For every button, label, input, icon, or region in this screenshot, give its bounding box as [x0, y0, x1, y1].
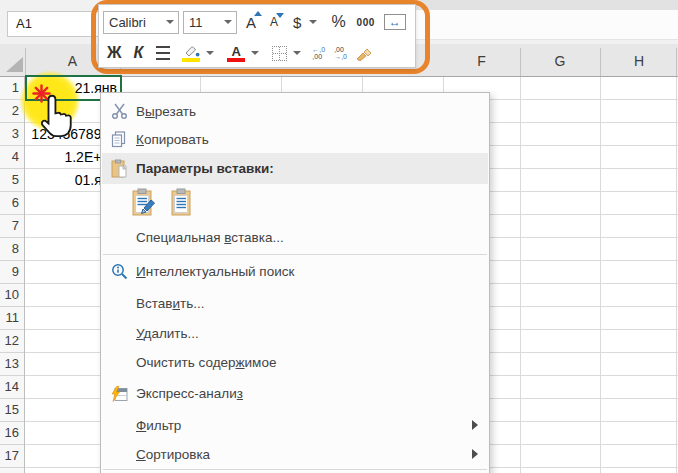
row-header-4[interactable]: 4: [0, 146, 19, 169]
format-painter-button[interactable]: [356, 46, 373, 61]
header-separator: [676, 48, 677, 76]
column-header-h[interactable]: H: [600, 53, 678, 75]
menu-item-quick-analysis[interactable]: Экспресс-анализ: [102, 378, 488, 409]
gridline: [600, 77, 601, 473]
italic-button[interactable]: К: [133, 44, 143, 62]
align-center-button[interactable]: [156, 44, 170, 62]
row-header-5[interactable]: 5: [0, 169, 19, 192]
paste-options-row: [102, 184, 488, 223]
borders-button[interactable]: [272, 46, 287, 61]
caret-down-icon: [276, 13, 284, 18]
gridline: [520, 77, 521, 473]
bold-button[interactable]: Ж: [107, 44, 121, 62]
fill-color-button[interactable]: [182, 45, 200, 62]
row-header-16[interactable]: 16: [0, 422, 19, 445]
menu-item-delete[interactable]: Удалить...: [102, 319, 488, 347]
chevron-down-icon: [224, 20, 232, 24]
row-header-3[interactable]: 3: [0, 123, 19, 146]
decrease-decimal-button[interactable]: ,00 →,0: [334, 46, 347, 60]
caret-up-icon: [254, 11, 262, 16]
row-header-12[interactable]: 12: [0, 330, 19, 353]
quick-analysis-icon: [102, 386, 136, 402]
header-separator: [600, 48, 601, 76]
menu-item-sort[interactable]: Сортировка: [102, 440, 488, 468]
column-header-g[interactable]: G: [520, 53, 600, 75]
row-header-8[interactable]: 8: [0, 238, 19, 261]
select-all-button[interactable]: [6, 57, 23, 72]
chevron-down-icon[interactable]: [309, 20, 317, 24]
menu-item-paste-options: Параметры вставки:: [102, 153, 488, 184]
paste-keep-formatting-button[interactable]: [132, 188, 157, 219]
shrink-font-button[interactable]: A: [270, 15, 278, 29]
grow-font-button[interactable]: A: [246, 14, 256, 31]
paste-button[interactable]: [171, 188, 192, 219]
menu-separator: [103, 469, 487, 470]
formula-bar[interactable]: [416, 10, 678, 40]
font-color-swatch: [227, 58, 245, 62]
row-header-2[interactable]: 2: [0, 100, 19, 123]
excel-window: A1 A F G H 1 2 3 4 5 6 7 8 9 10 11 12 13…: [0, 0, 678, 473]
menu-item-filter[interactable]: Фильтр: [102, 411, 488, 439]
menu-item-cut[interactable]: Вырезать: [102, 97, 488, 125]
row-header-17[interactable]: 17: [0, 445, 19, 468]
font-color-button[interactable]: А: [227, 45, 245, 62]
row-header-6[interactable]: 6: [0, 192, 19, 215]
paint-bucket-icon: [182, 45, 200, 58]
menu-item-insert[interactable]: Вставить...: [102, 289, 488, 318]
menu-item-copy[interactable]: Копировать: [102, 125, 488, 153]
row-header-1[interactable]: 1: [0, 77, 19, 100]
top-strip: [416, 0, 678, 10]
menu-item-paste-special[interactable]: Специальная вставка...: [102, 223, 488, 252]
row-header-15[interactable]: 15: [0, 399, 19, 422]
clipboard-icon: [102, 159, 136, 178]
header-separator: [25, 48, 26, 76]
font-name-combo[interactable]: Calibri: [103, 11, 179, 34]
scissors-icon: [102, 103, 136, 120]
submenu-arrow-icon: [472, 420, 478, 430]
menu-item-smart-lookup[interactable]: Интеллектуальный поиск: [102, 256, 488, 286]
merge-center-button[interactable]: ↔: [384, 14, 406, 30]
row-header-10[interactable]: 10: [0, 284, 19, 307]
mini-toolbar: Calibri 11 A A $ % 000 ↔ Ж К: [98, 4, 416, 68]
submenu-arrow-icon: [472, 449, 478, 459]
percent-format-button[interactable]: %: [331, 13, 345, 31]
copy-icon: [102, 131, 136, 148]
header-separator: [520, 48, 521, 76]
row-header-11[interactable]: 11: [0, 307, 19, 330]
brush-icon: [356, 46, 373, 61]
row-header-13[interactable]: 13: [0, 353, 19, 376]
gridline: [676, 77, 677, 473]
hand-cursor-icon: [39, 93, 73, 143]
context-menu: Вырезать Копировать Параметры вставки:: [100, 92, 490, 473]
chevron-down-icon: [166, 20, 174, 24]
row-header-14[interactable]: 14: [0, 376, 19, 399]
chevron-down-icon[interactable]: [251, 51, 259, 55]
increase-decimal-button[interactable]: ←,0 ,00: [312, 46, 325, 60]
name-box[interactable]: A1: [7, 11, 99, 37]
smart-lookup-icon: [102, 263, 136, 280]
menu-item-clear-contents[interactable]: Очистить содержимое: [102, 347, 488, 377]
row-header-7[interactable]: 7: [0, 215, 19, 238]
column-header-f[interactable]: F: [443, 53, 520, 75]
border-grid-icon: [273, 53, 286, 54]
currency-format-button[interactable]: $: [293, 14, 301, 31]
row-header-9[interactable]: 9: [0, 261, 19, 284]
chevron-down-icon[interactable]: [293, 51, 301, 55]
menu-separator: [103, 254, 487, 255]
chevron-down-icon[interactable]: [206, 51, 214, 55]
font-size-combo[interactable]: 11: [183, 11, 237, 34]
comma-format-button[interactable]: 000: [357, 17, 375, 28]
fill-color-swatch: [182, 58, 200, 62]
